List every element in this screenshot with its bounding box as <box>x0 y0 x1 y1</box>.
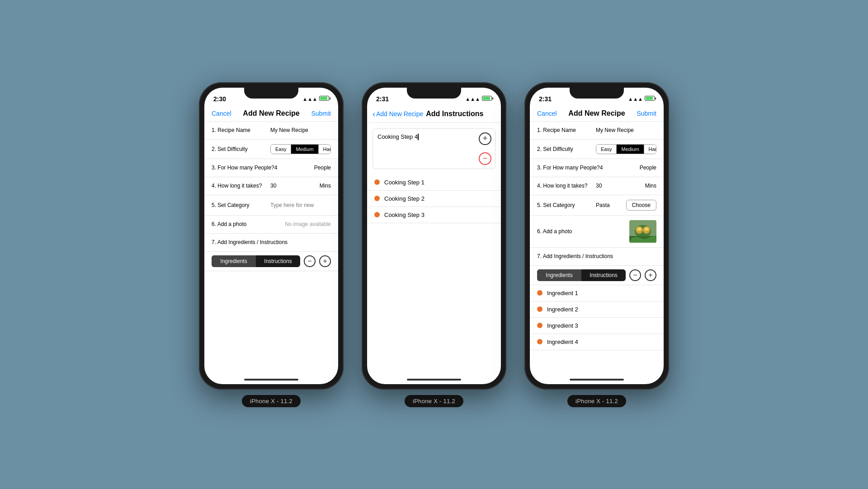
status-time-3: 2:31 <box>539 95 552 103</box>
category-row-3: 5. Set Category Pasta Choose <box>530 195 664 216</box>
status-icons-3: ▲▲▲ <box>628 96 655 102</box>
difficulty-group: Easy Medium Hard <box>270 144 331 154</box>
time-value-3: 30 <box>596 183 645 189</box>
phone3-wrapper: 2:31 ▲▲▲ Cancel Add New Recipe Submit 1. <box>524 82 669 407</box>
hard-button-3[interactable]: Hard <box>644 145 656 154</box>
segment-control-3: Ingredients Instructions <box>537 269 626 281</box>
list-item-3: Ingredient 3 <box>530 318 664 334</box>
recipe-name-value: My New Recipe <box>270 127 331 133</box>
wifi-icon: ▲▲▲ <box>302 96 317 102</box>
remove-item-button[interactable]: − <box>304 255 316 267</box>
home-indicator <box>204 375 338 384</box>
list-item: Cooking Step 3 <box>367 207 501 223</box>
phone1-screen: 2:30 ▲▲▲ Cancel Add New Recipe Submit 1. <box>204 88 338 384</box>
list-item: Cooking Step 1 <box>367 174 501 191</box>
status-time-2: 2:31 <box>376 95 389 103</box>
home-bar-2 <box>407 379 461 381</box>
easy-button-3[interactable]: Easy <box>596 145 617 154</box>
ingredients-label: 7. Add Ingredients / Instructions <box>212 239 288 245</box>
status-time: 2:30 <box>213 95 226 103</box>
cancel-button[interactable]: Cancel <box>212 110 231 117</box>
step-text-1: Cooking Step 1 <box>384 179 425 186</box>
wifi-icon-3: ▲▲▲ <box>628 96 643 102</box>
people-label: 3. For How many People? <box>212 165 274 171</box>
add-instruction-button[interactable]: + <box>479 132 491 145</box>
ingredient-dot-3 <box>537 323 542 328</box>
ingredient-dot-1 <box>537 290 542 296</box>
ingredient-dot-2 <box>537 306 542 312</box>
photo-row-3: 6. Add a photo <box>530 216 664 248</box>
easy-button[interactable]: Easy <box>271 145 291 154</box>
hard-button[interactable]: Hard <box>319 145 331 154</box>
phone1-device: 2:30 ▲▲▲ Cancel Add New Recipe Submit 1. <box>199 82 344 390</box>
notch2 <box>407 88 461 99</box>
submit-button[interactable]: Submit <box>311 110 331 117</box>
phone1-label: iPhone X - 11.2 <box>242 395 301 407</box>
category-row: 5. Set Category Choose <box>204 195 338 216</box>
ingredients-section-row: 7. Add Ingredients / Instructions <box>204 234 338 252</box>
ingredients-section-row-3: 7. Add Ingredients / Instructions <box>530 248 664 266</box>
nav-title: Add New Recipe <box>243 109 299 118</box>
recipe-name-row: 1. Recipe Name My New Recipe <box>204 122 338 140</box>
difficulty-label: 2. Set Difficulty <box>212 146 270 152</box>
time-unit-3: Mins <box>645 183 656 189</box>
home-indicator-2 <box>367 375 501 384</box>
recipe-photo-svg <box>629 220 656 243</box>
time-row-3: 4. How long it takes? 30 Mins <box>530 177 664 195</box>
choose-button-3[interactable]: Choose <box>626 200 656 211</box>
ingredient-text-4: Ingredient 4 <box>547 339 578 345</box>
step-text-3: Cooking Step 3 <box>384 212 425 218</box>
instruction-text: Cooking Step 4 <box>377 133 418 140</box>
cancel-button-3[interactable]: Cancel <box>537 110 557 117</box>
home-bar <box>244 379 298 381</box>
ingredients-tab[interactable]: Ingredients <box>212 255 256 267</box>
instructions-title: Add Instructions <box>426 110 483 118</box>
photo-label: 6. Add a photo <box>212 221 270 227</box>
svg-point-4 <box>637 227 642 231</box>
category-value-3: Pasta <box>596 202 626 208</box>
back-button[interactable]: Add New Recipe <box>376 110 423 118</box>
phone3-device: 2:31 ▲▲▲ Cancel Add New Recipe Submit 1. <box>524 82 669 390</box>
add-item-button-3[interactable]: + <box>645 269 656 281</box>
segment-row-phone3: Ingredients Instructions − + <box>530 266 664 285</box>
list-item-3: Ingredient 4 <box>530 334 664 350</box>
phone1-wrapper: 2:30 ▲▲▲ Cancel Add New Recipe Submit 1. <box>199 82 344 407</box>
difficulty-row-3: 2. Set Difficulty Easy Medium Hard <box>530 140 664 159</box>
instructions-tab[interactable]: Instructions <box>256 255 300 267</box>
phone2-wrapper: 2:31 ▲▲▲ ‹ Add New Recipe Add Instructio… <box>362 82 506 407</box>
orange-dot-icon <box>374 212 380 217</box>
wifi-icon-2: ▲▲▲ <box>465 96 480 102</box>
phone1-content: 1. Recipe Name My New Recipe 2. Set Diff… <box>204 122 338 375</box>
medium-button[interactable]: Medium <box>291 145 318 154</box>
people-row-3: 3. For How many People? 4 People <box>530 159 664 177</box>
time-label: 4. How long it takes? <box>212 183 270 189</box>
back-chevron-icon: ‹ <box>373 109 375 119</box>
instructions-nav: ‹ Add New Recipe Add Instructions <box>367 108 501 123</box>
people-unit: People <box>314 165 331 171</box>
home-bar-3 <box>570 379 624 381</box>
time-value: 30 <box>270 183 320 189</box>
submit-button-3[interactable]: Submit <box>637 110 656 117</box>
segment-row-phone1: Ingredients Instructions − + <box>204 252 338 271</box>
instruction-text-content: Cooking Step 4 <box>377 133 491 164</box>
instructions-tab-3[interactable]: Instructions <box>581 269 626 281</box>
instruction-input-area[interactable]: Cooking Step 4 + − <box>373 128 495 169</box>
step-text-2: Cooking Step 2 <box>384 195 425 202</box>
ingredients-tab-3[interactable]: Ingredients <box>537 269 581 281</box>
category-input[interactable] <box>270 202 338 208</box>
phone2-device: 2:31 ▲▲▲ ‹ Add New Recipe Add Instructio… <box>362 82 506 390</box>
phone3-content: 1. Recipe Name My New Recipe 2. Set Diff… <box>530 122 664 375</box>
list-item: Cooking Step 2 <box>367 191 501 207</box>
add-item-button[interactable]: + <box>319 255 331 267</box>
phone3-screen: 2:31 ▲▲▲ Cancel Add New Recipe Submit 1. <box>530 88 664 384</box>
time-unit: Mins <box>320 183 331 189</box>
text-cursor <box>418 134 419 140</box>
remove-item-button-3[interactable]: − <box>629 269 641 281</box>
remove-instruction-button[interactable]: − <box>479 152 491 165</box>
medium-button-3[interactable]: Medium <box>617 145 644 154</box>
status-icons-2: ▲▲▲ <box>465 96 492 102</box>
battery-icon <box>319 96 329 102</box>
recipe-name-row-3: 1. Recipe Name My New Recipe <box>530 122 664 140</box>
segment-control: Ingredients Instructions <box>212 255 300 267</box>
no-image-area: No image available <box>270 221 331 227</box>
